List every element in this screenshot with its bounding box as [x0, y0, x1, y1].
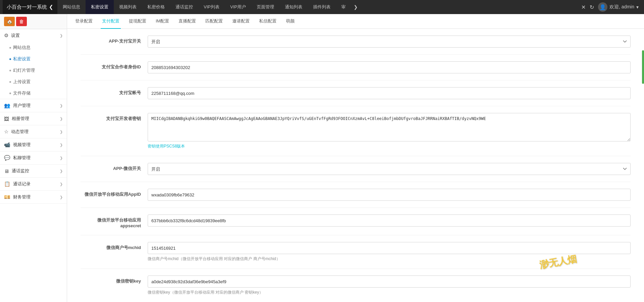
call-records-icon: 📋 — [4, 181, 10, 187]
sidebar-section-header-finance-manage[interactable]: 💴财务管理❯ — [0, 191, 67, 203]
sidebar: 🏠 🗑 ⚙设置❯网站信息私密设置幻灯片管理上传设置文件存储👥用户管理❯🖼相册管理… — [0, 14, 67, 302]
dynamic-manage-icon: ☆ — [4, 129, 8, 135]
sidebar-section-user-manage: 👥用户管理❯ — [0, 99, 67, 112]
sidebar-section-finance-manage: 💴财务管理❯ — [0, 191, 67, 204]
nav-item-notify-list[interactable]: 通知列表 — [280, 0, 308, 14]
sidebar-item-file-storage[interactable]: 文件存储 — [0, 87, 67, 99]
nav-items: 网站信息私密设置视频列表私密价格通话监控VIP列表VIP用户页面管理通知列表插件… — [57, 0, 581, 14]
form-label-alipay-switch: APP-支付宝开关 — [81, 36, 148, 44]
dot-file-storage — [9, 93, 11, 94]
nav-item-vip-list[interactable]: VIP列表 — [198, 0, 225, 14]
form-wrap-wechat-switch: 开启关闭 — [148, 163, 631, 175]
sub-tab-withdraw-config[interactable]: 提现配置 — [128, 14, 148, 29]
sidebar-section-header-dynamic-manage[interactable]: ☆动态管理❯ — [0, 125, 67, 138]
form-textarea-alipay-private-key[interactable] — [148, 113, 631, 141]
nav-item-vip-users[interactable]: VIP用户 — [225, 0, 251, 14]
nav-more-icon[interactable]: ❯ — [351, 0, 360, 14]
nav-item-website-info[interactable]: 网站信息 — [57, 0, 86, 14]
form-label-alipay-private-key: 支付宝开发者密钥 — [81, 113, 148, 122]
video-manage-icon: 📹 — [4, 142, 10, 148]
sub-tab-live-config[interactable]: 直播配置 — [177, 14, 197, 29]
user-manage-icon: 👥 — [4, 103, 10, 109]
sidebar-section-header-settings[interactable]: ⚙设置❯ — [0, 29, 67, 42]
form-label-alipay-account: 支付宝帐号 — [81, 87, 148, 96]
sub-tab-invite-config[interactable]: 邀请配置 — [231, 14, 251, 29]
nav-item-privacy-price[interactable]: 私密价格 — [142, 0, 170, 14]
form-wrap-alipay-switch: 开启关闭 — [148, 36, 631, 48]
brand-name: 小百合一对一系统 — [7, 4, 47, 10]
sidebar-items: ⚙设置❯网站信息私密设置幻灯片管理上传设置文件存储👥用户管理❯🖼相册管理❯☆动态… — [0, 29, 67, 302]
sub-tab-im-config[interactable]: IM配置 — [154, 14, 170, 29]
delete-button[interactable]: 🗑 — [16, 17, 27, 26]
sidebar-item-slideshow-manage[interactable]: 幻灯片管理 — [0, 65, 67, 76]
close-icon[interactable]: ✕ — [581, 4, 586, 10]
sidebar-section-private-chat-manage: 💬私聊管理❯ — [0, 152, 67, 165]
sidebar-section-header-video-manage[interactable]: 📹视频管理❯ — [0, 138, 67, 151]
form-hint-wechat-key: 微信密钥key（微信开放平台移动应用 对应的微信商户 密钥key） — [148, 290, 631, 295]
user-info[interactable]: 👤 欢迎, admin ▾ — [598, 2, 639, 12]
form-wrap-wechat-mchid: 微信商户号mchid（微信开放平台移动应用 对应的微信商户 商户号mchid） — [148, 242, 631, 262]
form-input-wechat-mchid[interactable] — [148, 242, 631, 254]
sub-tab-login-config[interactable]: 登录配置 — [74, 14, 94, 29]
form-input-wechat-appsecret[interactable] — [148, 215, 631, 227]
form-input-wechat-appid[interactable] — [148, 189, 631, 201]
dot-website-info — [9, 47, 11, 49]
sidebar-section-header-call-monitor-nav[interactable]: 🖥通话监控❯ — [0, 165, 67, 177]
avatar: 👤 — [598, 2, 607, 12]
dot-privacy-settings — [9, 58, 11, 60]
sub-tabs: 登录配置支付配置提现配置IM配置直播配置匹配配置邀请配置私信配置萌颜 — [67, 14, 644, 29]
sidebar-section-label-video-manage: 视频管理 — [13, 142, 31, 148]
chevron-right-icon-call-records: ❯ — [60, 182, 63, 186]
nav-item-plugin-list[interactable]: 插件列表 — [308, 0, 336, 14]
sidebar-item-label-upload-settings: 上传设置 — [13, 79, 31, 85]
form-input-alipay-partner[interactable] — [148, 61, 631, 73]
form-select-wechat-switch[interactable]: 开启关闭 — [148, 163, 631, 175]
sidebar-section-header-call-records[interactable]: 📋通话记录❯ — [0, 178, 67, 190]
sub-tab-face-config[interactable]: 萌颜 — [285, 14, 296, 29]
form-hint-wechat-mchid: 微信商户号mchid（微信开放平台移动应用 对应的微信商户 商户号mchid） — [148, 256, 631, 262]
sidebar-section-label-finance-manage: 财务管理 — [13, 194, 31, 200]
chevron-right-icon-user-manage: ❯ — [60, 104, 63, 108]
form-row-wechat-switch: APP-微信开关开启关闭 — [81, 163, 631, 182]
sub-tab-pay-config[interactable]: 支付配置 — [101, 14, 121, 29]
form-wrap-wechat-appsecret — [148, 215, 631, 227]
form-input-alipay-account[interactable] — [148, 87, 631, 99]
main-content: 登录配置支付配置提现配置IM配置直播配置匹配配置邀请配置私信配置萌颜 APP-支… — [67, 14, 644, 302]
sidebar-section-header-private-chat-manage[interactable]: 💬私聊管理❯ — [0, 152, 67, 164]
nav-item-page-manage[interactable]: 页面管理 — [251, 0, 280, 14]
dot-slideshow-manage — [9, 70, 11, 71]
form-wrap-alipay-account — [148, 87, 631, 99]
sidebar-section-label-settings: 设置 — [11, 33, 20, 39]
sub-tab-match-config[interactable]: 匹配配置 — [204, 14, 224, 29]
nav-item-call-monitor[interactable]: 通话监控 — [170, 0, 198, 14]
brand-chevron[interactable]: ❮ — [49, 4, 53, 10]
settings-icon: ⚙ — [4, 33, 8, 39]
sidebar-section-label-album-manage: 相册管理 — [12, 116, 29, 122]
sidebar-section-label-user-manage: 用户管理 — [13, 103, 31, 109]
sidebar-section-label-call-monitor-nav: 通话监控 — [12, 168, 29, 174]
sidebar-section-header-album-manage[interactable]: 🖼相册管理❯ — [0, 112, 67, 125]
form-row-wechat-mchid: 微信商户号mchid微信商户号mchid（微信开放平台移动应用 对应的微信商户 … — [81, 242, 631, 269]
form-label-wechat-switch: APP-微信开关 — [81, 163, 148, 172]
home-button[interactable]: 🏠 — [4, 17, 15, 26]
form-label-wechat-mchid: 微信商户号mchid — [81, 242, 148, 251]
sidebar-section-label-dynamic-manage: 动态管理 — [11, 129, 29, 135]
sidebar-item-label-file-storage: 文件存储 — [13, 90, 31, 96]
nav-item-review[interactable]: 审 — [336, 0, 351, 14]
user-dropdown-icon: ▾ — [636, 4, 639, 10]
nav-item-privacy-settings[interactable]: 私密设置 — [86, 0, 114, 14]
refresh-icon[interactable]: ↻ — [590, 4, 594, 10]
chevron-right-icon-dynamic-manage: ❯ — [60, 130, 63, 134]
sidebar-item-privacy-settings[interactable]: 私密设置 — [0, 53, 67, 65]
sidebar-item-website-info[interactable]: 网站信息 — [0, 42, 67, 53]
form-select-alipay-switch[interactable]: 开启关闭 — [148, 36, 631, 48]
form-wrap-wechat-key: 微信密钥key（微信开放平台移动应用 对应的微信商户 密钥key） — [148, 276, 631, 295]
form-input-wechat-key[interactable] — [148, 276, 631, 288]
sidebar-item-upload-settings[interactable]: 上传设置 — [0, 76, 67, 87]
sub-tab-privacy-config[interactable]: 私信配置 — [258, 14, 278, 29]
form-wrap-wechat-appid — [148, 189, 631, 201]
sidebar-section-album-manage: 🖼相册管理❯ — [0, 112, 67, 125]
nav-item-video-list[interactable]: 视频列表 — [114, 0, 142, 14]
sidebar-section-header-user-manage[interactable]: 👥用户管理❯ — [0, 99, 67, 112]
sidebar-section-settings: ⚙设置❯网站信息私密设置幻灯片管理上传设置文件存储 — [0, 29, 67, 99]
